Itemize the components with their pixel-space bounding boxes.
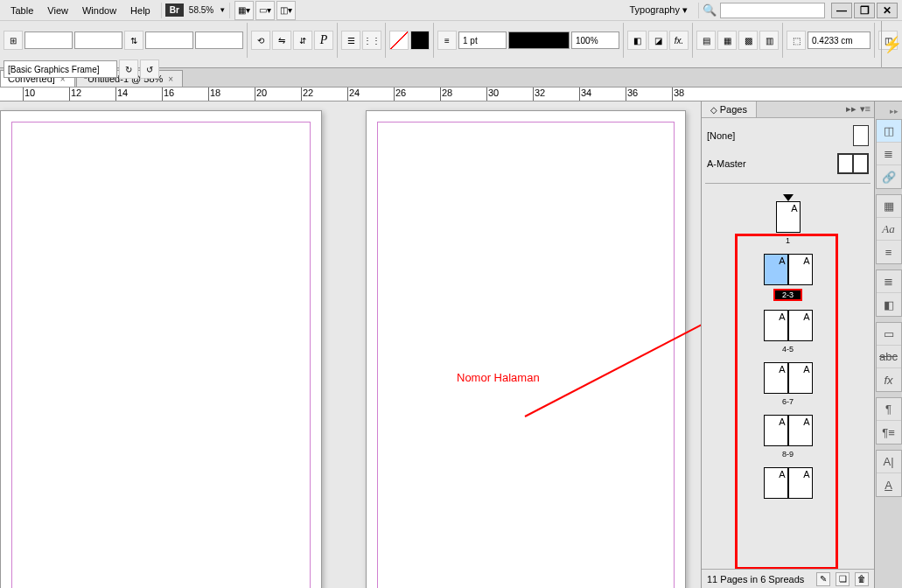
annotation-text: Nomor Halaman	[457, 371, 540, 384]
control-toolbar: ⊞ ⇅ ⟲ ⇋ ⇵ P ☰ ⋮⋮ ≡ 1 pt 100% ◧ ◪ fx. ▤ ▦…	[0, 21, 902, 68]
object-dock-icon[interactable]: ▭	[877, 323, 901, 346]
bridge-icon[interactable]: Br	[165, 4, 184, 17]
pages-panel-tab[interactable]: ◇ Pages	[702, 102, 757, 117]
close-button[interactable]: ✕	[877, 3, 898, 18]
stroke-weight[interactable]: 1 pt	[458, 32, 507, 49]
page-spread[interactable]: AA	[764, 310, 813, 341]
page-spread[interactable]: AA	[764, 467, 813, 499]
page-thumb[interactable]: A	[776, 201, 801, 233]
page-spread[interactable]: AA	[764, 362, 813, 394]
distribute-icon[interactable]: ⋮⋮	[362, 31, 381, 50]
page-thumb[interactable]: A	[764, 362, 788, 394]
page-thumb[interactable]: A	[788, 310, 813, 341]
fx-icon[interactable]: fx.	[669, 31, 689, 50]
effects-dock-icon[interactable]: fx	[877, 368, 901, 391]
swatches-dock-icon[interactable]: ▦	[877, 195, 901, 218]
edit-page-icon[interactable]: ✎	[816, 572, 830, 586]
link-icon[interactable]: ⇅	[124, 31, 143, 50]
spread-label[interactable]: 6-7	[779, 397, 797, 406]
page-thumb[interactable]: A	[788, 362, 813, 394]
view-mode-icon[interactable]: ▦▾	[234, 1, 254, 20]
drop-shadow-icon[interactable]: ◪	[648, 31, 668, 50]
layers-dock-icon[interactable]: ≣	[877, 143, 901, 165]
chevron-down-icon[interactable]: ▼	[219, 6, 226, 14]
gradient-dock-icon[interactable]: ◧	[877, 293, 901, 316]
text-wrap-shape-icon[interactable]: ▩	[738, 31, 758, 50]
character-dock-icon[interactable]: Aa	[877, 218, 901, 241]
page-spread[interactable]: AA	[764, 415, 813, 446]
spread-label[interactable]: 4-5	[779, 345, 797, 354]
pages-panel-body[interactable]: [None] A-Master A1AA2-3AA4-5AA6-7AA8-9AA	[702, 118, 874, 569]
page-thumb[interactable]: A	[788, 467, 813, 499]
page-thumb[interactable]: A	[788, 415, 813, 446]
spread-label[interactable]: 2-3	[773, 289, 802, 301]
page-thumb[interactable]: A	[764, 415, 788, 446]
opacity-field[interactable]: 100%	[571, 32, 619, 49]
refresh2-icon[interactable]: ↺	[140, 60, 159, 79]
reference-point-icon[interactable]: ⊞	[3, 31, 23, 50]
page-thumb[interactable]: A	[764, 310, 788, 341]
color-dock-icon[interactable]: ≣	[877, 270, 901, 293]
strikethrough-dock-icon[interactable]: abc	[877, 346, 901, 368]
corner-size[interactable]: 0.4233 cm	[808, 32, 871, 49]
paragraph-icon[interactable]: P	[314, 31, 333, 50]
delete-page-icon[interactable]: 🗑	[855, 572, 869, 586]
menu-help[interactable]: Help	[123, 3, 157, 18]
minimize-button[interactable]: —	[831, 3, 852, 18]
corner-icon[interactable]: ⬚	[787, 31, 806, 50]
paragraph-styles-dock-icon[interactable]: ¶≡	[877, 421, 901, 444]
text-wrap-none-icon[interactable]: ▤	[696, 31, 716, 50]
arrange-icon[interactable]: ◫▾	[276, 1, 296, 20]
y-field[interactable]	[74, 32, 122, 49]
menu-table[interactable]: Table	[3, 3, 40, 18]
quick-apply-icon[interactable]: ⚡	[881, 21, 902, 68]
flip-h-icon[interactable]: ⇋	[272, 31, 291, 50]
close-tab-icon[interactable]: ×	[168, 74, 173, 84]
dock-collapse-icon[interactable]: ▸▸	[886, 107, 902, 119]
maximize-button[interactable]: ❐	[854, 3, 875, 18]
panel-menu-icon[interactable]: ▾≡	[860, 103, 871, 116]
stroke-dock-icon[interactable]: ≡	[877, 241, 901, 263]
x-field[interactable]	[24, 32, 73, 49]
panel-collapse-icon[interactable]: ▸▸	[846, 103, 857, 116]
h-field[interactable]	[195, 32, 243, 49]
object-style-preset[interactable]: [Basic Graphics Frame]	[3, 60, 117, 78]
master-a[interactable]: A-Master	[705, 150, 871, 178]
w-field[interactable]	[145, 32, 193, 49]
pages-dock-icon[interactable]: ◫	[877, 120, 901, 143]
search-input[interactable]	[720, 3, 825, 18]
effects-icon[interactable]: ◧	[627, 31, 647, 50]
menu-window[interactable]: Window	[75, 3, 123, 18]
screen-mode-icon[interactable]: ▭▾	[255, 1, 275, 20]
workspace-switcher[interactable]: Typography ▾	[622, 2, 695, 18]
text-wrap-jump-icon[interactable]: ▥	[759, 31, 779, 50]
page-left[interactable]	[0, 110, 322, 588]
no-fill-icon[interactable]	[389, 31, 409, 50]
zoom-level[interactable]: 58.5%	[184, 4, 219, 17]
menu-view[interactable]: View	[40, 3, 75, 18]
fill-black-icon[interactable]	[410, 31, 430, 50]
char-style-a-dock-icon[interactable]: A|	[877, 451, 901, 473]
page-spread[interactable]: A	[776, 201, 801, 233]
stroke-style[interactable]	[508, 32, 570, 49]
rotate-icon[interactable]: ⟲	[251, 31, 270, 50]
page-thumb[interactable]: A	[764, 467, 788, 499]
links-dock-icon[interactable]: 🔗	[877, 165, 901, 188]
page-thumb[interactable]: A	[764, 254, 788, 285]
char-style-b-dock-icon[interactable]: A	[877, 473, 901, 496]
align-icon[interactable]: ☰	[341, 31, 360, 50]
refresh-icon[interactable]: ↻	[119, 60, 138, 79]
flip-v-icon[interactable]: ⇵	[293, 31, 312, 50]
horizontal-ruler[interactable]: 101214161820222426283032343638	[0, 88, 902, 102]
paragraph-dock-icon[interactable]: ¶	[877, 398, 901, 421]
text-wrap-bound-icon[interactable]: ▦	[717, 31, 737, 50]
master-none[interactable]: [None]	[705, 122, 871, 150]
page-spread[interactable]: AA	[764, 254, 813, 285]
master-indicator: A	[803, 256, 809, 266]
page-thumb[interactable]: A	[788, 254, 813, 285]
spread-label[interactable]: 1	[782, 236, 794, 245]
spread-label[interactable]: 8-9	[779, 450, 797, 458]
document-canvas[interactable]: Nomor Halaman	[0, 102, 701, 588]
new-page-icon[interactable]: ❏	[836, 572, 850, 586]
page-right[interactable]	[366, 110, 686, 588]
